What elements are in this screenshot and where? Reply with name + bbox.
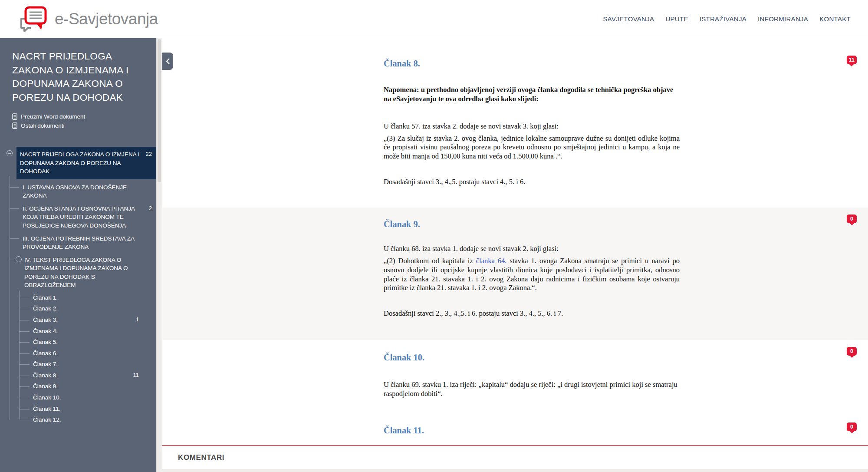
article-8-section: Članak 8. Napomena: u prethodno objavlje… — [162, 38, 868, 208]
document-icon — [12, 113, 17, 120]
tree-item-label: II. OCJENA STANJA I OSNOVNA PITANJA KOJA… — [23, 205, 135, 229]
top-navigation: SAVJETOVANJA UPUTE ISTRAŽIVANJA INFORMIR… — [603, 15, 868, 23]
tree-connector — [19, 298, 30, 298]
tree-connector — [10, 208, 19, 209]
tree-item-label: Članak 7. — [33, 361, 58, 367]
tree-item-clanak-2[interactable]: Članak 2. — [0, 303, 143, 314]
sidebar: NACRT PRIJEDLOGA ZAKONA O IZMJENAMA I DO… — [0, 38, 156, 472]
article-9-section: Članak 9. U članku 68. iza stavka 1. dod… — [162, 208, 868, 340]
article-9-heading[interactable]: Članak 9. — [384, 219, 680, 230]
document-tree: − NACRT PRIJEDLOGA ZAKONA O IZMJENA I DO… — [0, 147, 156, 428]
collapse-node-icon[interactable]: − — [16, 256, 22, 262]
download-word-label: Preuzmi Word dokument — [21, 113, 85, 120]
tree-item-clanak-12[interactable]: Članak 12. — [0, 414, 143, 426]
tree-connector — [19, 409, 30, 409]
sidebar-scrollbar[interactable] — [156, 38, 162, 472]
collapse-node-icon[interactable]: − — [7, 150, 13, 156]
tree-level-1: I. USTAVNA OSNOVA ZA DONOŠENJE ZAKONA II… — [0, 181, 156, 428]
tree-item-section-3[interactable]: III. OCJENA POTREBNIH SREDSTAVA ZA PROVO… — [0, 232, 156, 254]
article-8-paragraph: „(3) Za slučaj iz stavka 2. ovog članka,… — [384, 134, 680, 161]
tree-item-label: I. USTAVNA OSNOVA ZA DONOŠENJE ZAKONA — [23, 184, 127, 199]
tree-root-label: NACRT PRIJEDLOGA ZAKONA O IZMJENA I DOPU… — [20, 151, 140, 175]
tree-item-clanak-1[interactable]: Članak 1. — [0, 292, 143, 304]
tree-connector — [10, 187, 19, 188]
tree-connector — [19, 353, 30, 354]
tree-connector — [19, 364, 30, 365]
article-9-paragraph: „(2) Dohotkom od kapitala iz članka 64. … — [384, 257, 680, 293]
tree-item-label: Članak 10. — [33, 394, 61, 401]
tree-item-root-selected[interactable]: NACRT PRIJEDLOGA ZAKONA O IZMJENA I DOPU… — [16, 147, 156, 179]
tree-connector — [19, 398, 30, 398]
article-64-link[interactable]: članka 64. — [476, 257, 507, 265]
tree-root-row: − NACRT PRIJEDLOGA ZAKONA O IZMJENA I DO… — [0, 147, 156, 179]
comment-count-badge[interactable]: 11 — [847, 56, 857, 64]
consultation-title: NACRT PRIJEDLOGA ZAKONA O IZMJENAMA I DO… — [0, 38, 156, 112]
logo[interactable]: e-Savjetovanja — [0, 6, 158, 33]
bottom-strip — [162, 469, 868, 472]
main-content: Članak 8. Napomena: u prethodno objavlje… — [162, 38, 868, 472]
header: e-Savjetovanja SAVJETOVANJA UPUTE ISTRAŽ… — [0, 0, 868, 38]
tree-item-clanak-5[interactable]: Članak 5. — [0, 337, 143, 348]
article-9-paragraph: Dosadašnji stavci 2., 3., 4.,5. i 6. pos… — [384, 309, 680, 318]
tree-item-label: III. OCJENA POTREBNIH SREDSTAVA ZA PROVO… — [23, 235, 134, 251]
paragraph-text: „(2) Dohotkom od kapitala iz — [384, 257, 476, 265]
nav-informiranja[interactable]: INFORMIRANJA — [758, 15, 808, 23]
tree-item-label: Članak 3. — [33, 317, 58, 323]
nav-istrazivanja[interactable]: ISTRAŽIVANJA — [700, 15, 746, 23]
chevron-left-icon — [166, 58, 170, 64]
tree-item-clanak-9[interactable]: Članak 9. — [0, 381, 143, 392]
tree-connector — [19, 331, 30, 332]
tree-item-section-4[interactable]: − IV. TEKST PRIJEDLOGA ZAKONA O IZMJENAM… — [0, 254, 156, 428]
article-11-heading[interactable]: Članak 11. — [384, 425, 680, 436]
tree-connector — [10, 238, 19, 239]
sidebar-scrollbar-thumb[interactable] — [158, 39, 161, 182]
tree-connector — [19, 342, 30, 343]
sidebar-collapse-button[interactable] — [162, 53, 173, 70]
download-word-link[interactable]: Preuzmi Word dokument — [0, 112, 156, 121]
tree-item-clanak-10[interactable]: Članak 10. — [0, 392, 143, 403]
tree-item-section-2[interactable]: II. OCJENA STANJA I OSNOVNA PITANJA KOJA… — [0, 202, 156, 232]
other-documents-link[interactable]: Ostali dokumenti — [0, 121, 156, 130]
comment-count-badge[interactable]: 0 — [847, 422, 857, 431]
tree-connector — [19, 309, 30, 309]
tree-item-clanak-11[interactable]: Članak 11. — [0, 403, 143, 415]
tree-item-clanak-6[interactable]: Članak 6. — [0, 348, 143, 359]
tree-level-2: Članak 1. Članak 2. Članak 3.1 Članak 4.… — [0, 292, 143, 426]
tree-item-label: Članak 5. — [33, 339, 58, 345]
comment-count-badge[interactable]: 0 — [847, 215, 857, 223]
other-documents-label: Ostali dokumenti — [21, 122, 65, 129]
nav-kontakt[interactable]: KONTAKT — [819, 15, 851, 23]
tree-item-label: Članak 2. — [33, 305, 58, 312]
tree-connector — [19, 386, 30, 387]
tree-item-label: Članak 12. — [33, 416, 61, 423]
article-8-note: Napomena: u prethodno objavljenoj verzij… — [384, 86, 680, 104]
tree-item-label: Članak 9. — [33, 383, 58, 389]
tree-connector — [19, 420, 30, 420]
comment-count: 11 — [133, 371, 139, 380]
tree-item-label: Članak 6. — [33, 350, 58, 356]
article-8-heading[interactable]: Članak 8. — [384, 58, 680, 69]
article-9-paragraph: U članku 68. iza stavka 1. dodaje se nov… — [384, 244, 680, 254]
tree-item-clanak-7[interactable]: Članak 7. — [0, 359, 143, 370]
comments-label: KOMENTARI — [178, 453, 224, 462]
article-11-section: Članak 11. 0 — [162, 410, 868, 445]
tree-item-clanak-8[interactable]: Članak 8.11 — [0, 370, 143, 381]
nav-savjetovanja[interactable]: SAVJETOVANJA — [603, 15, 654, 23]
tree-connector — [19, 376, 30, 376]
logo-text: e-Savjetovanja — [55, 10, 158, 28]
tree-item-label: Članak 8. — [33, 372, 58, 379]
tree-item-clanak-3[interactable]: Članak 3.1 — [0, 314, 143, 326]
article-10-section: Članak 10. U članku 69. stavku 1. iza ri… — [162, 340, 868, 410]
e-savjetovanja-app: e-Savjetovanja SAVJETOVANJA UPUTE ISTRAŽ… — [0, 0, 868, 472]
tree-item-label: IV. TEKST PRIJEDLOGA ZAKONA O IZMJENAMA … — [24, 257, 128, 289]
tree-item-label: Članak 1. — [33, 294, 58, 301]
comment-count-badge[interactable]: 0 — [847, 347, 857, 356]
comment-count: 1 — [136, 316, 139, 324]
article-10-heading[interactable]: Članak 10. — [384, 352, 680, 363]
comment-count: 2 — [149, 205, 152, 213]
tree-item-clanak-4[interactable]: Članak 4. — [0, 326, 143, 337]
nav-upute[interactable]: UPUTE — [665, 15, 688, 23]
tree-item-label: Članak 11. — [33, 406, 61, 412]
comments-panel-header[interactable]: KOMENTARI — [162, 446, 868, 469]
tree-item-section-1[interactable]: I. USTAVNA OSNOVA ZA DONOŠENJE ZAKONA — [0, 181, 156, 202]
